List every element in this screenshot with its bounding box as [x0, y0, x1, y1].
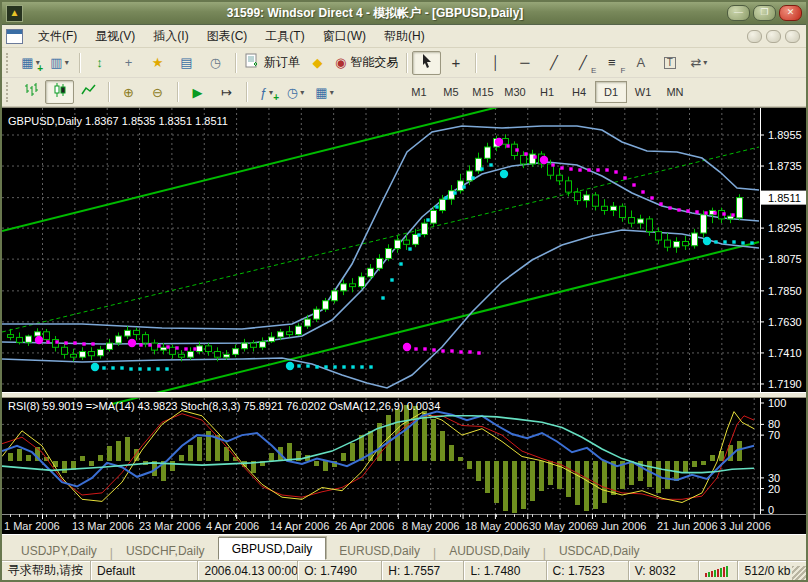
- bar-low: L: 1.7480: [463, 561, 545, 580]
- date-tick-label: 4 Apr 2006: [206, 520, 259, 532]
- connection-status-icon: [698, 561, 737, 580]
- metaeditor-button[interactable]: ◆: [303, 51, 332, 75]
- chart-tab-usdcad[interactable]: USDCAD,Daily: [546, 541, 653, 560]
- crosshair-button[interactable]: +: [441, 51, 470, 75]
- line-chart-button[interactable]: [74, 80, 103, 104]
- child-minimize-button[interactable]: [747, 30, 762, 43]
- horizontal-line-icon: ─: [520, 56, 529, 69]
- zoom-out-button[interactable]: ⊖: [143, 80, 172, 104]
- profile-name: Default: [90, 561, 197, 580]
- candlestick-chart-button[interactable]: [45, 80, 74, 104]
- profiles-button[interactable]: ▥▾: [45, 51, 74, 75]
- date-tick-label: 3 Jul 2006: [720, 520, 771, 532]
- bar-chart-button[interactable]: [16, 80, 45, 104]
- date-tick-label: 21 Jun 2006: [657, 520, 718, 532]
- menu-item-0[interactable]: 文件(F): [29, 26, 86, 47]
- current-price-label: 1.8511: [768, 192, 801, 204]
- cursor-button[interactable]: [412, 51, 441, 75]
- chart-tab-usdchf[interactable]: USDCHF,Daily: [113, 541, 218, 560]
- price-tick-label: 1.8075: [768, 253, 802, 265]
- timeframe-m30[interactable]: M30: [499, 81, 531, 103]
- chart-shift-button[interactable]: ↦: [212, 80, 241, 104]
- equidistant-channel-button[interactable]: ╱E: [568, 51, 597, 75]
- toolbar-grip[interactable]: [6, 53, 12, 73]
- periods-button[interactable]: ◷▾: [281, 80, 310, 104]
- indicators-button[interactable]: ƒ+▾: [252, 80, 281, 104]
- fibonacci-button[interactable]: ≡F: [597, 51, 626, 75]
- timeframe-d1[interactable]: D1: [595, 81, 627, 103]
- date-tick-label: 8 May 2006: [402, 520, 459, 532]
- expert-advisors-button-label: 智能交易: [350, 54, 398, 71]
- timeframe-m15[interactable]: M15: [467, 81, 499, 103]
- menu-item-6[interactable]: 帮助(H): [375, 26, 434, 47]
- horizontal-line-button[interactable]: ─: [510, 51, 539, 75]
- menu-item-3[interactable]: 图表(C): [198, 26, 257, 47]
- navigator-button[interactable]: ★: [143, 51, 172, 75]
- timeframe-h4[interactable]: H4: [563, 81, 595, 103]
- vertical-line-button[interactable]: │: [481, 51, 510, 75]
- timeframe-w1[interactable]: W1: [627, 81, 659, 103]
- data-window-button[interactable]: +: [114, 51, 143, 75]
- minimize-button[interactable]: —: [727, 5, 750, 21]
- timeframe-group: M1M5M15M30H1H4D1W1MN: [403, 81, 691, 103]
- text-label-icon: T: [664, 57, 676, 69]
- toolbar-separator: [79, 53, 80, 73]
- sub-letter: F: [620, 66, 625, 75]
- window-resize-grip[interactable]: [792, 566, 806, 580]
- chart-shift-icon: ↦: [221, 86, 232, 99]
- menu-item-2[interactable]: 插入(I): [144, 26, 197, 47]
- indicator-pane[interactable]: [2, 398, 760, 514]
- expert-advisors-button[interactable]: ◉智能交易: [332, 51, 401, 75]
- chart-tabs-bar: USDJPY,Daily|USDCHF,DailyGBPUSD,DailyEUR…: [2, 534, 806, 560]
- child-restore-button[interactable]: [766, 30, 781, 43]
- timeframe-mn[interactable]: MN: [659, 81, 691, 103]
- menu-item-5[interactable]: 窗口(W): [314, 26, 375, 47]
- toolbar-separator: [235, 53, 236, 73]
- zoom-in-button[interactable]: ⊕: [114, 80, 143, 104]
- toolbar-separator: [177, 82, 178, 102]
- chart-region[interactable]: GBPUSD,Daily 1.8367 1.8535 1.8351 1.8511…: [2, 107, 806, 534]
- title-bar: ▲ 31599: Windsor Direct 4 - 模拟帐户 - [GBPU…: [2, 2, 806, 25]
- date-tick-label: 18 May 2006: [465, 520, 529, 532]
- price-chart[interactable]: GBPUSD,Daily 1.8367 1.8535 1.8351 1.8511…: [2, 108, 808, 534]
- market-watch-button[interactable]: ↕: [85, 51, 114, 75]
- chart-tab-eurusd[interactable]: EURUSD,Daily: [326, 541, 433, 560]
- toolbar-grip[interactable]: [6, 82, 12, 102]
- zoom-out-icon: ⊖: [152, 86, 163, 99]
- main-chart-pane[interactable]: [2, 108, 760, 392]
- tester-icon: ◷: [210, 56, 221, 69]
- dropdown-caret-icon: ▾: [703, 58, 707, 67]
- indicator-tick-label: 20: [768, 483, 780, 495]
- new-order-button[interactable]: 新订单: [241, 51, 303, 75]
- chart-tab-usdjpy[interactable]: USDJPY,Daily: [8, 541, 110, 560]
- timeframe-h1[interactable]: H1: [531, 81, 563, 103]
- templates-icon: ▦: [315, 86, 327, 99]
- text-label-button[interactable]: T: [655, 51, 684, 75]
- auto-scroll-button[interactable]: ▶: [183, 80, 212, 104]
- vertical-line-icon: │: [492, 56, 500, 69]
- terminal-button[interactable]: ▤: [172, 51, 201, 75]
- chart-tab-audusd[interactable]: AUDUSD,Daily: [436, 541, 543, 560]
- chart-tab-gbpusd[interactable]: GBPUSD,Daily: [218, 537, 327, 560]
- trendline-button[interactable]: ╱: [539, 51, 568, 75]
- timeframe-m5[interactable]: M5: [435, 81, 467, 103]
- close-button[interactable]: ✕: [779, 5, 802, 21]
- child-close-button[interactable]: [785, 30, 800, 43]
- crosshair-icon: +: [451, 55, 460, 70]
- indicator-tick-label: 100: [768, 397, 786, 409]
- price-tick-label: 1.7410: [768, 347, 802, 359]
- toolbar-separator: [108, 82, 109, 102]
- tester-button[interactable]: ◷: [201, 51, 230, 75]
- text-button[interactable]: A: [626, 51, 655, 75]
- timeframe-m1[interactable]: M1: [403, 81, 435, 103]
- arrows-button[interactable]: ⇄▾: [684, 51, 713, 75]
- sub-letter: E: [591, 66, 596, 75]
- new-chart-button[interactable]: ▦+▾: [16, 51, 45, 75]
- dropdown-caret-icon: ▾: [330, 88, 334, 97]
- menu-item-1[interactable]: 显视(V): [86, 26, 144, 47]
- candlestick-chart-icon: [52, 82, 68, 102]
- templates-button[interactable]: ▦▾: [310, 80, 339, 104]
- maximize-button[interactable]: ❐: [753, 5, 776, 21]
- app-icon: ▲: [6, 5, 23, 22]
- menu-item-4[interactable]: 工具(T): [256, 26, 313, 47]
